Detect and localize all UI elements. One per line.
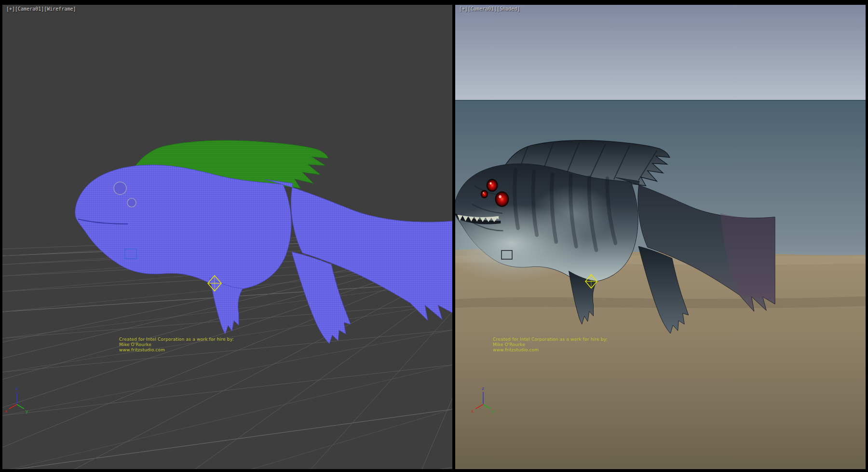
credit-line-3: www.fritzstudio.com <box>119 347 234 353</box>
axis-y-label: y <box>26 409 28 414</box>
scene-credit-text: Created for Intel Corporation as a work … <box>119 337 234 353</box>
red-eye <box>496 192 508 206</box>
viewport-label-shaded[interactable]: [+][Camera01][Shaded] <box>459 6 520 12</box>
axis-y-label: y <box>492 409 495 414</box>
credit-line-1: Created for Intel Corporation as a work … <box>493 337 608 342</box>
dual-viewport-workspace: zxy [+][Camera01][Wireframe] Created for… <box>0 0 868 472</box>
credit-line-1: Created for Intel Corporation as a work … <box>119 337 234 342</box>
eye-spot <box>114 182 126 194</box>
axis-x-label: x <box>5 409 8 414</box>
axis-z-label: z <box>482 386 484 391</box>
credit-line-2: Mike O'Rourke <box>493 342 608 347</box>
axis-x-label: x <box>471 409 474 414</box>
red-eye <box>487 180 497 191</box>
scene-credit-text: Created for Intel Corporation as a work … <box>493 337 608 353</box>
viewport-shaded: zxy [+][Camera01][Shaded] Created for In… <box>455 5 866 469</box>
viewport-label-wireframe[interactable]: [+][Camera01][Wireframe] <box>6 6 76 12</box>
sky <box>455 5 866 100</box>
axis-z-label: z <box>15 386 18 391</box>
shaded-scene-canvas[interactable]: zxy <box>455 5 866 469</box>
red-eye <box>481 191 487 197</box>
credit-line-3: www.fritzstudio.com <box>493 347 608 353</box>
wireframe-scene-canvas[interactable]: zxy <box>2 5 452 469</box>
eye-spot <box>127 198 136 207</box>
credit-line-2: Mike O'Rourke <box>119 342 234 347</box>
viewport-wireframe: zxy [+][Camera01][Wireframe] Created for… <box>2 5 452 469</box>
